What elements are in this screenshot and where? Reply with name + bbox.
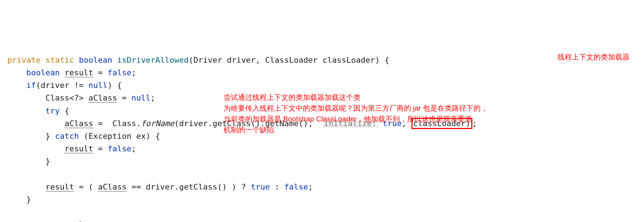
code-text: = xyxy=(93,144,107,153)
keyword-try: try xyxy=(45,106,60,115)
var-aclass: aClass xyxy=(98,182,127,191)
keyword-false: false xyxy=(107,144,131,153)
code-text: Class<?> xyxy=(45,93,88,102)
keyword-catch: catch xyxy=(55,132,79,141)
code-text: ) { xyxy=(107,81,122,90)
code-text: ; xyxy=(308,182,313,191)
code-text: == driver.getClass() ) ? xyxy=(127,182,251,191)
code-text: = Class. xyxy=(93,119,141,128)
annotation-top-label: 线程上下文的类加载器 xyxy=(557,51,630,63)
annotation-explanation: 尝试通过线程上下文的类加载器加载这个类 为啥要传入线程上下文中的类加载器呢？因为… xyxy=(224,92,534,135)
annotation-line: 尝试通过线程上下文的类加载器加载这个类 xyxy=(224,92,534,103)
var-aclass: aClass xyxy=(65,119,93,128)
code-text: : xyxy=(270,182,284,191)
var-result: result xyxy=(65,144,93,153)
keyword-static: static xyxy=(45,56,74,65)
keyword-false: false xyxy=(107,68,131,77)
var-result: result xyxy=(45,182,74,191)
annotation-line: 机制的一个缺陷 xyxy=(224,124,534,135)
method-name: isDriverAllowed xyxy=(117,56,189,65)
code-text: ; xyxy=(150,93,155,102)
keyword-if: if xyxy=(26,81,36,90)
code-text: } xyxy=(45,157,50,166)
code-text: (Exception ex) { xyxy=(79,132,160,141)
code-text: = ( xyxy=(74,182,98,191)
code-text xyxy=(55,220,59,222)
var-aclass: aClass xyxy=(88,93,117,102)
code-text: { xyxy=(60,106,70,115)
code-editor[interactable]: private static boolean isDriverAllowed(D… xyxy=(7,54,637,222)
method-forname: forName xyxy=(141,119,175,128)
var-result: result xyxy=(60,220,88,222)
keyword-null: null xyxy=(131,93,150,102)
keyword-private: private xyxy=(7,56,41,65)
code-text: ; xyxy=(131,144,136,153)
code-text: = xyxy=(93,68,107,77)
keyword-boolean: boolean xyxy=(79,56,113,65)
keyword-boolean: boolean xyxy=(26,68,60,77)
code-text: } xyxy=(26,195,31,204)
code-text: (driver != xyxy=(36,81,88,90)
method-signature: (Driver driver, ClassLoader classLoader)… xyxy=(189,56,389,65)
keyword-return: return xyxy=(26,220,55,222)
code-text: ; xyxy=(88,220,93,222)
code-text: ; xyxy=(131,68,136,77)
keyword-null: null xyxy=(88,81,107,90)
var-result: result xyxy=(65,68,93,77)
annotation-line: 当前类的加载器是 Bootstrap ClassLoader，他加载不到，所以这… xyxy=(224,114,534,124)
code-text: = xyxy=(117,93,132,102)
code-text: } xyxy=(45,132,55,141)
keyword-true: true xyxy=(251,182,270,191)
annotation-line: 为啥要传入线程上下文中的类加载器呢？因为第三方厂商的 jar 包是在类路径下的， xyxy=(224,103,534,114)
keyword-false: false xyxy=(284,182,308,191)
